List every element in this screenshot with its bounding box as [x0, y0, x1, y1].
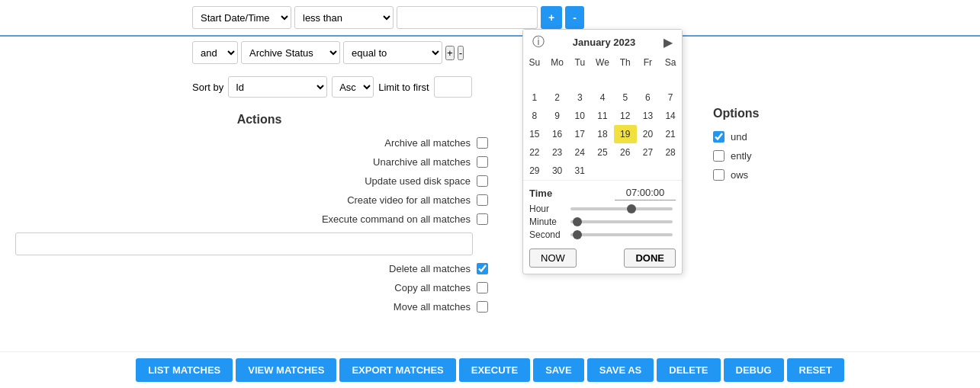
cal-cell-5[interactable]: 5 — [614, 88, 637, 107]
calendar-grid: Su Mo Tu We Th Fr Sa 1 2 3 — [523, 55, 682, 180]
cal-cell-25[interactable]: 25 — [591, 143, 614, 162]
cal-day-su: Su — [523, 55, 546, 70]
cal-done-button[interactable]: DONE — [624, 249, 676, 268]
sort-dir-select[interactable]: Asc — [332, 76, 374, 98]
cal-cell-11[interactable]: 11 — [591, 107, 614, 125]
cal-now-button[interactable]: NOW — [529, 249, 577, 268]
option-row-und: und — [713, 131, 965, 143]
cal-cell-22[interactable]: 22 — [523, 143, 546, 162]
cal-cell-6[interactable]: 6 — [637, 88, 660, 107]
cal-cell-19[interactable]: 19 — [614, 125, 637, 143]
second-label: Second — [529, 229, 567, 240]
filter-row-2: and Archive Status equal to + - — [0, 37, 980, 69]
start-date-select[interactable]: Start Date/Time — [192, 6, 291, 29]
update-disk-label: Update used disk space — [365, 175, 471, 187]
time-label: Time — [529, 188, 552, 199]
move-all-checkbox[interactable] — [477, 301, 488, 313]
option-ently-checkbox[interactable] — [713, 150, 725, 162]
option-ows-label: ows — [731, 169, 748, 181]
options-title: Options — [713, 107, 965, 120]
debug-button[interactable]: DEBUG — [724, 358, 784, 382]
cal-day-fr: Fr — [637, 55, 660, 70]
cal-cell-15[interactable]: 15 — [523, 125, 546, 143]
add-filter2-button[interactable]: + — [445, 46, 455, 60]
cal-cell-9[interactable]: 9 — [546, 107, 569, 125]
cal-cell-13[interactable]: 13 — [637, 107, 660, 125]
unarchive-all-checkbox[interactable] — [477, 156, 488, 168]
action-row-disk: Update used disk space — [15, 175, 503, 187]
option-und-checkbox[interactable] — [713, 131, 725, 143]
cal-cell-10[interactable]: 10 — [568, 107, 591, 125]
reset-button[interactable]: RESET — [787, 358, 844, 382]
limit-input[interactable]: 100 — [434, 76, 472, 98]
cal-cell-17[interactable]: 17 — [568, 125, 591, 143]
action-row-video: Create video for all matches — [15, 194, 503, 206]
hour-slider[interactable] — [570, 207, 673, 210]
cal-cell-20[interactable]: 20 — [637, 125, 660, 143]
cal-cell-2[interactable]: 2 — [546, 88, 569, 107]
archive-status-select[interactable]: Archive Status — [241, 41, 340, 64]
cal-cell-4[interactable]: 4 — [591, 88, 614, 107]
create-video-label: Create video for all matches — [347, 194, 471, 206]
second-slider[interactable] — [570, 233, 673, 236]
cal-time-row: Time 07:00:00 — [529, 185, 676, 200]
move-all-label: Move all matches — [394, 301, 471, 313]
option-row-ows: ows — [713, 169, 965, 181]
cal-day-th: Th — [614, 55, 637, 70]
delete-button[interactable]: DELETE — [657, 358, 720, 382]
archive-all-checkbox[interactable] — [477, 137, 488, 149]
copy-all-checkbox[interactable] — [477, 282, 488, 293]
sort-field-select[interactable]: Id — [228, 76, 327, 98]
create-video-checkbox[interactable] — [477, 194, 488, 206]
execute-command-label: Execute command on all matches — [322, 213, 471, 225]
command-text-input[interactable] — [15, 232, 473, 255]
cal-cell-8[interactable]: 8 — [523, 107, 546, 125]
cal-cell-1[interactable]: 1 — [523, 88, 546, 107]
execute-button[interactable]: EXECUTE — [459, 358, 530, 382]
cal-next-button[interactable]: ▶ — [660, 35, 676, 50]
cal-cell-12[interactable]: 12 — [614, 107, 637, 125]
and-select[interactable]: and — [192, 41, 238, 64]
datetime-input[interactable]: 2023-01-19 07:00:00 — [397, 6, 538, 29]
cal-cell-31[interactable]: 31 — [568, 162, 591, 180]
save-as-button[interactable]: SAVE AS — [587, 358, 654, 382]
cal-day-mo: Mo — [546, 55, 569, 70]
cal-cell-3[interactable]: 3 — [568, 88, 591, 107]
less-than-select[interactable]: less than — [294, 6, 394, 29]
cal-cell-7[interactable]: 7 — [659, 88, 682, 107]
cal-cell-empty — [659, 70, 682, 88]
cal-cell-empty — [591, 70, 614, 88]
cal-cell-30[interactable]: 30 — [546, 162, 569, 180]
cal-cell-23[interactable]: 23 — [546, 143, 569, 162]
view-matches-button[interactable]: VIEW MATCHES — [236, 358, 336, 382]
remove-filter2-button[interactable]: - — [458, 46, 464, 60]
option-row-ently: ently — [713, 150, 965, 162]
cal-cell-28[interactable]: 28 — [659, 143, 682, 162]
list-matches-button[interactable]: LIST MATCHES — [136, 358, 233, 382]
save-button[interactable]: SAVE — [533, 358, 583, 382]
delete-all-checkbox[interactable] — [477, 263, 488, 274]
cal-cell-18[interactable]: 18 — [591, 125, 614, 143]
cal-cell-24[interactable]: 24 — [568, 143, 591, 162]
cal-prev-button[interactable]: ⓘ — [529, 34, 548, 50]
delete-all-label: Delete all matches — [389, 263, 471, 274]
export-matches-button[interactable]: EXPORT MATCHES — [339, 358, 455, 382]
minute-slider[interactable] — [570, 220, 673, 223]
cal-cell-empty — [659, 162, 682, 180]
execute-command-checkbox[interactable] — [477, 213, 488, 225]
cal-cell-empty — [637, 162, 660, 180]
equal-to-select[interactable]: equal to — [343, 41, 442, 64]
sort-bar: Sort by Id Asc Limit to first 100 — [0, 72, 980, 102]
cal-cell-14[interactable]: 14 — [659, 107, 682, 125]
cal-cell-27[interactable]: 27 — [637, 143, 660, 162]
cal-cell-16[interactable]: 16 — [546, 125, 569, 143]
option-und-label: und — [731, 131, 747, 143]
remove-filter-button[interactable]: - — [565, 6, 584, 29]
add-filter-button[interactable]: + — [541, 6, 562, 29]
cal-cell-21[interactable]: 21 — [659, 125, 682, 143]
cal-cell-29[interactable]: 29 — [523, 162, 546, 180]
cal-cell-26[interactable]: 26 — [614, 143, 637, 162]
option-ows-checkbox[interactable] — [713, 169, 725, 181]
update-disk-checkbox[interactable] — [477, 175, 488, 187]
options-panel: Options und ently ows — [698, 99, 980, 196]
